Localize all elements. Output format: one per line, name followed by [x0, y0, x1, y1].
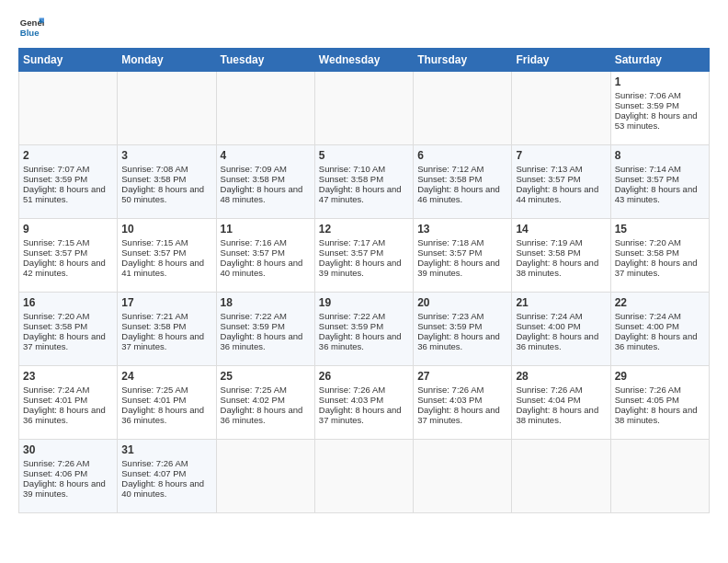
cell-week5-col0: 30Sunrise: 7:26 AMSunset: 4:06 PMDayligh…: [19, 440, 118, 513]
sunset: Sunset: 4:01 PM: [23, 395, 87, 405]
day-number: 21: [516, 296, 606, 309]
cell-week5-col5: [512, 440, 610, 513]
sunset: Sunset: 4:03 PM: [319, 395, 383, 405]
day-number: 17: [121, 296, 211, 309]
day-number: 8: [615, 149, 705, 162]
week-row-1: 2Sunrise: 7:07 AMSunset: 3:59 PMDaylight…: [19, 145, 710, 219]
daylight: Daylight: 8 hours and 36 minutes.: [417, 331, 500, 351]
daylight: Daylight: 8 hours and 50 minutes.: [121, 184, 204, 204]
sunrise: Sunrise: 7:23 AM: [417, 311, 483, 321]
daylight: Daylight: 8 hours and 40 minutes.: [121, 478, 204, 499]
calendar-container: General Blue SundayMondayTuesdayWednesda…: [0, 0, 728, 523]
day-number: 2: [23, 149, 113, 162]
daylight: Daylight: 8 hours and 47 minutes.: [319, 184, 402, 204]
daylight: Daylight: 8 hours and 36 minutes.: [319, 331, 402, 351]
daylight: Daylight: 8 hours and 37 minutes.: [23, 331, 106, 351]
sunrise: Sunrise: 7:25 AM: [221, 385, 287, 395]
sunset: Sunset: 4:00 PM: [615, 321, 679, 331]
day-number: 15: [615, 223, 705, 236]
day-number: 27: [417, 370, 507, 383]
cell-week4-col1: 24Sunrise: 7:25 AMSunset: 4:01 PMDayligh…: [118, 366, 216, 440]
sunrise: Sunrise: 7:25 AM: [121, 385, 188, 395]
sunrise: Sunrise: 7:10 AM: [319, 164, 385, 174]
daylight: Daylight: 8 hours and 39 minutes.: [319, 258, 402, 278]
sunset: Sunset: 4:05 PM: [615, 395, 679, 405]
logo-icon: General Blue: [18, 15, 44, 40]
week-row-3: 16Sunrise: 7:20 AMSunset: 3:58 PMDayligh…: [19, 293, 710, 366]
cell-week1-col4: 6Sunrise: 7:12 AMSunset: 3:58 PMDaylight…: [414, 145, 512, 219]
cell-week5-col1: 31Sunrise: 7:26 AMSunset: 4:07 PMDayligh…: [118, 440, 216, 513]
cell-week5-col3: [314, 440, 413, 513]
day-number: 1: [615, 75, 705, 88]
sunrise: Sunrise: 7:14 AM: [615, 164, 681, 174]
cell-week2-col3: 12Sunrise: 7:17 AMSunset: 3:57 PMDayligh…: [314, 219, 413, 293]
cell-week4-col3: 26Sunrise: 7:26 AMSunset: 4:03 PMDayligh…: [314, 366, 413, 440]
daylight: Daylight: 8 hours and 36 minutes.: [23, 405, 106, 425]
day-number: 25: [221, 370, 311, 383]
sunset: Sunset: 3:57 PM: [121, 247, 186, 258]
sunset: Sunset: 3:57 PM: [23, 247, 87, 258]
sunset: Sunset: 3:59 PM: [221, 321, 285, 331]
cell-week5-col2: [216, 440, 314, 513]
day-number: 9: [23, 223, 113, 236]
cell-week3-col0: 16Sunrise: 7:20 AMSunset: 3:58 PMDayligh…: [19, 293, 118, 366]
sunrise: Sunrise: 7:09 AM: [221, 164, 287, 174]
sunrise: Sunrise: 7:19 AM: [516, 237, 582, 247]
day-number: 4: [221, 149, 311, 162]
sunset: Sunset: 4:00 PM: [516, 321, 580, 331]
cell-week1-col3: 5Sunrise: 7:10 AMSunset: 3:58 PMDaylight…: [314, 145, 413, 219]
sunrise: Sunrise: 7:15 AM: [121, 237, 188, 247]
cell-week4-col4: 27Sunrise: 7:26 AMSunset: 4:03 PMDayligh…: [414, 366, 512, 440]
daylight: Daylight: 8 hours and 48 minutes.: [221, 184, 303, 204]
cell-week1-col1: 3Sunrise: 7:08 AMSunset: 3:58 PMDaylight…: [118, 145, 216, 219]
daylight: Daylight: 8 hours and 41 minutes.: [121, 258, 204, 278]
sunset: Sunset: 3:58 PM: [121, 174, 186, 184]
sunrise: Sunrise: 7:26 AM: [615, 385, 681, 395]
logo: General Blue: [18, 15, 48, 40]
cell-week2-col2: 11Sunrise: 7:16 AMSunset: 3:57 PMDayligh…: [216, 219, 314, 293]
sunrise: Sunrise: 7:21 AM: [121, 311, 188, 321]
sunset: Sunset: 3:58 PM: [319, 174, 383, 184]
cell-week2-col0: 9Sunrise: 7:15 AMSunset: 3:57 PMDaylight…: [19, 219, 118, 293]
sunrise: Sunrise: 7:08 AM: [121, 164, 188, 174]
sunrise: Sunrise: 7:07 AM: [23, 164, 89, 174]
cell-week1-col5: 7Sunrise: 7:13 AMSunset: 3:57 PMDaylight…: [512, 145, 610, 219]
daylight: Daylight: 8 hours and 36 minutes.: [121, 405, 204, 425]
sunset: Sunset: 3:58 PM: [417, 174, 482, 184]
day-number: 13: [417, 223, 507, 236]
week-row-2: 9Sunrise: 7:15 AMSunset: 3:57 PMDaylight…: [19, 219, 710, 293]
daylight: Daylight: 8 hours and 37 minutes.: [615, 258, 698, 278]
week-row-4: 23Sunrise: 7:24 AMSunset: 4:01 PMDayligh…: [19, 366, 710, 440]
day-number: 28: [516, 370, 606, 383]
daylight: Daylight: 8 hours and 39 minutes.: [23, 478, 106, 499]
daylight: Daylight: 8 hours and 42 minutes.: [23, 258, 106, 278]
week-row-0: 1Sunrise: 7:06 AMSunset: 3:59 PMDaylight…: [19, 72, 710, 145]
daylight: Daylight: 8 hours and 39 minutes.: [417, 258, 500, 278]
col-header-wednesday: Wednesday: [314, 49, 413, 72]
cell-week0-day5: [512, 72, 610, 145]
header-row: General Blue: [18, 15, 710, 40]
sunrise: Sunrise: 7:26 AM: [23, 458, 89, 468]
cell-week4-col2: 25Sunrise: 7:25 AMSunset: 4:02 PMDayligh…: [216, 366, 314, 440]
sunrise: Sunrise: 7:17 AM: [319, 237, 385, 247]
cell-week0-day2: [216, 72, 314, 145]
daylight: Daylight: 8 hours and 38 minutes.: [615, 405, 698, 425]
daylight: Daylight: 8 hours and 53 minutes.: [615, 110, 698, 131]
daylight: Daylight: 8 hours and 36 minutes.: [221, 331, 303, 351]
sunset: Sunset: 3:57 PM: [615, 174, 679, 184]
week-row-5: 30Sunrise: 7:26 AMSunset: 4:06 PMDayligh…: [19, 440, 710, 513]
cell-week0-day3: [314, 72, 413, 145]
svg-text:Blue: Blue: [20, 28, 40, 38]
cell-week3-col6: 22Sunrise: 7:24 AMSunset: 4:00 PMDayligh…: [610, 293, 709, 366]
cell-week1-col2: 4Sunrise: 7:09 AMSunset: 3:58 PMDaylight…: [216, 145, 314, 219]
day-number: 20: [417, 296, 507, 309]
sunset: Sunset: 3:57 PM: [319, 247, 383, 258]
day-number: 3: [121, 149, 211, 162]
sunrise: Sunrise: 7:18 AM: [417, 237, 483, 247]
day-number: 31: [121, 443, 211, 456]
cell-week4-col5: 28Sunrise: 7:26 AMSunset: 4:04 PMDayligh…: [512, 366, 610, 440]
day-number: 11: [221, 223, 311, 236]
sunset: Sunset: 3:58 PM: [615, 247, 679, 258]
sunset: Sunset: 3:58 PM: [23, 321, 87, 331]
cell-week0-day4: [414, 72, 512, 145]
